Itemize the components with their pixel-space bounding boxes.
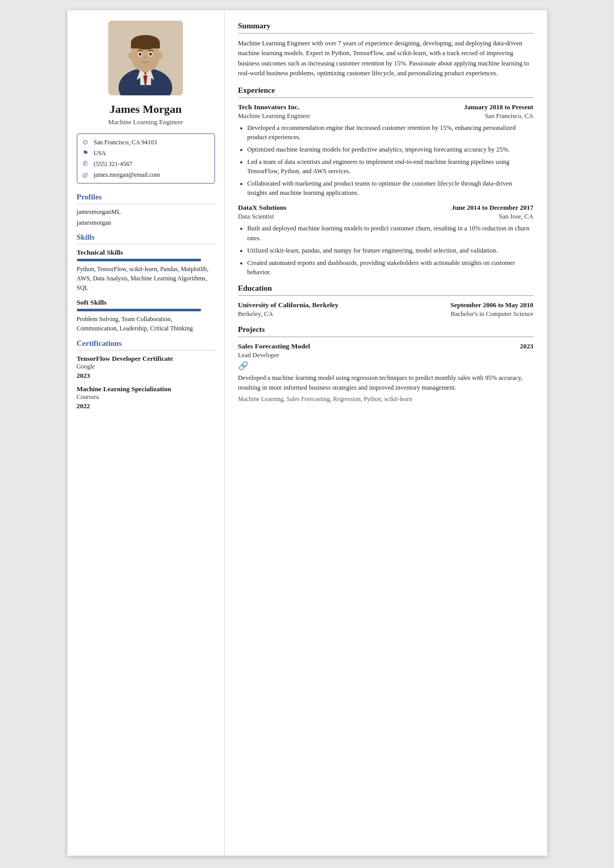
exp-bullets-1: Developed a recommendation engine that i… [238,123,534,198]
exp-company-1: Tech Innovators Inc. [238,103,300,111]
cert-issuer-1: Google [77,363,215,371]
exp-bullet-1-3: Led a team of data scientists and engine… [247,157,534,176]
summary-section: Summary Machine Learning Engineer with o… [238,22,534,79]
flag-icon: ⚑ [82,149,91,157]
education-section: Education University of California, Berk… [238,284,534,318]
exp-bullet-2-2: Utilized scikit-learn, pandas, and numpy… [247,246,534,255]
cert-name-2: Machine Learning Specialization [77,385,215,393]
technical-skills-label: Technical Skills [77,248,215,257]
skills-heading: Skills [77,233,215,242]
projects-divider [238,337,534,337]
cert-issuer-2: Coursera [77,393,215,401]
left-column: James Morgan Machine Learning Engineer ⊙… [68,10,225,856]
location-icon: ⊙ [82,138,91,146]
certifications-divider [77,350,215,350]
exp-bullet-2-1: Built and deployed machine learning mode… [247,224,534,242]
edu-location-1: Berkeley, CA [238,310,273,318]
experience-section: Experience Tech Innovators Inc. January … [238,86,534,277]
project-tags-1: Machine Learning, Sales Forecasting, Reg… [238,395,534,403]
technical-skills-bar [77,259,201,261]
projects-section: Projects Sales Forecasting Model 2023 Le… [238,325,534,403]
exp-item-1: Tech Innovators Inc. January 2018 to Pre… [238,103,534,198]
exp-bullet-1-1: Developed a recommendation engine that i… [247,123,534,142]
profiles-divider [77,204,215,204]
contact-location: ⊙ San Francisco, CA 94103 [82,138,209,146]
project-header-1: Sales Forecasting Model 2023 [238,342,534,350]
project-desc-1: Developed a machine learning model using… [238,373,534,393]
edu-dates-1: September 2006 to May 2010 [451,301,534,309]
exp-item-2: DataX Solutions June 2014 to December 20… [238,204,534,277]
project-role-1: Lead Developer [238,352,534,359]
contact-email[interactable]: @ james.morgan@email.com [82,171,209,179]
resume-container: James Morgan Machine Learning Engineer ⊙… [68,10,547,856]
summary-text: Machine Learning Engineer with over 7 ye… [238,39,534,79]
soft-skills-bar [77,309,201,311]
edu-degree-1: Bachelor's in Computer Science [451,310,533,318]
technical-skills-text: Python, TensorFlow, scikit-learn, Pandas… [77,264,215,292]
contact-phone[interactable]: ✆ (555) 321-4567 [82,160,209,168]
svg-rect-8 [131,42,160,48]
exp-company-2: DataX Solutions [238,204,287,212]
cert-item-1: TensorFlow Developer Certificate Google … [77,355,215,380]
person-title: Machine Learning Engineer [77,118,215,126]
soft-skills-text: Problem Solving, Team Collaboration, Com… [77,314,215,333]
avatar-wrap [77,21,215,95]
exp-role-location-1: Machine Learning Engineer San Francisco,… [238,112,534,120]
edu-header-1: University of California, Berkeley Septe… [238,301,534,309]
exp-bullet-1-4: Collaborated with marketing and product … [247,179,534,197]
exp-header-1: Tech Innovators Inc. January 2018 to Pre… [238,103,534,111]
contact-box: ⊙ San Francisco, CA 94103 ⚑ USA ✆ (555) … [77,133,215,183]
projects-heading: Projects [238,325,534,334]
profile-item-1[interactable]: jamesmorganML [77,208,215,216]
person-name: James Morgan [77,103,215,116]
profiles-heading: Profiles [77,193,215,202]
email-icon: @ [82,171,91,179]
exp-location-1: San Francisco, CA [485,112,533,120]
cert-name-1: TensorFlow Developer Certificate [77,355,215,363]
experience-divider [238,97,534,98]
education-divider [238,295,534,296]
cert-year-2: 2022 [77,402,215,410]
profile-item-2[interactable]: jamesmorgan [77,219,215,227]
project-item-1: Sales Forecasting Model 2023 Lead Develo… [238,342,534,403]
exp-dates-2: June 2014 to December 2017 [452,204,534,212]
project-name-1: Sales Forecasting Model [238,342,310,350]
svg-point-13 [128,52,134,59]
exp-bullet-1-2: Optimized machine learning models for pr… [247,145,534,154]
certifications-heading: Certifications [77,339,215,348]
phone-icon: ✆ [82,160,91,168]
project-year-1: 2023 [520,342,534,350]
exp-location-2: San Jose, CA [499,213,533,221]
exp-dates-1: January 2018 to Present [464,103,533,111]
project-link-icon[interactable]: 🔗 [238,361,534,371]
edu-details-1: Berkeley, CA Bachelor's in Computer Scie… [238,310,534,318]
exp-role-2: Data Scientist [238,213,274,221]
education-heading: Education [238,284,534,293]
cert-item-2: Machine Learning Specialization Coursera… [77,385,215,410]
right-column: Summary Machine Learning Engineer with o… [225,10,547,856]
exp-role-location-2: Data Scientist San Jose, CA [238,213,534,221]
skills-divider [77,244,215,244]
svg-point-14 [157,52,162,59]
edu-school-1: University of California, Berkeley [238,301,339,309]
svg-point-11 [139,53,142,56]
exp-bullets-2: Built and deployed machine learning mode… [238,224,534,277]
svg-point-12 [150,53,152,56]
exp-role-1: Machine Learning Engineer [238,112,310,120]
avatar [108,21,183,95]
experience-heading: Experience [238,86,534,95]
summary-heading: Summary [238,22,534,30]
edu-item-1: University of California, Berkeley Septe… [238,301,534,318]
contact-country: ⚑ USA [82,149,209,157]
soft-skills-label: Soft Skills [77,298,215,307]
exp-bullet-2-3: Created automated reports and dashboards… [247,258,534,277]
summary-divider [238,33,534,34]
cert-year-1: 2023 [77,372,215,380]
exp-header-2: DataX Solutions June 2014 to December 20… [238,204,534,212]
